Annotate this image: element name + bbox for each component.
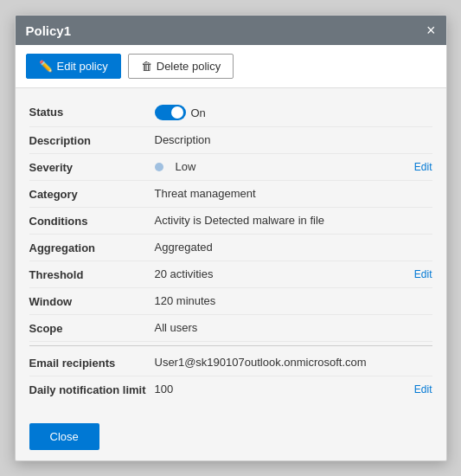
- value-window: 120 minutes: [155, 294, 432, 307]
- modal-footer: Close: [16, 413, 446, 460]
- toggle-thumb: [171, 106, 183, 119]
- delete-policy-label: Delete policy: [157, 60, 221, 73]
- value-email: User1@sk190107outlook.onmicrosoft.com: [155, 356, 432, 369]
- policy-modal: Policy1 × ✏️ Edit policy 🗑 Delete policy…: [15, 15, 447, 461]
- field-row-email: Email recipients User1@sk190107outlook.o…: [29, 350, 432, 376]
- value-conditions: Activity is Detected malware in file: [155, 214, 432, 227]
- close-button[interactable]: Close: [29, 423, 99, 450]
- label-scope: Scope: [29, 321, 155, 335]
- label-daily-limit: Daily notification limit: [29, 383, 155, 396]
- field-row-scope: Scope All users: [29, 315, 432, 342]
- field-row-category: Category Threat management: [29, 181, 432, 208]
- modal-header: Policy1 ×: [16, 16, 446, 45]
- daily-limit-edit-link[interactable]: Edit: [414, 383, 432, 396]
- modal-title: Policy1: [26, 23, 72, 38]
- value-severity: Low Edit: [155, 160, 432, 173]
- threshold-edit-link[interactable]: Edit: [414, 268, 432, 280]
- value-threshold: 20 activities Edit: [155, 267, 432, 280]
- field-row-status: Status On: [29, 99, 432, 127]
- value-aggregation: Aggregated: [155, 241, 432, 254]
- field-row-threshold: Threshold 20 activities Edit: [29, 261, 432, 288]
- field-row-severity: Severity Low Edit: [29, 154, 432, 181]
- threshold-text: 20 activities: [155, 267, 214, 280]
- label-description: Description: [29, 133, 155, 147]
- field-row-daily-limit: Daily notification limit 100 Edit: [29, 376, 432, 402]
- modal-toolbar: ✏️ Edit policy 🗑 Delete policy: [16, 45, 446, 88]
- close-icon[interactable]: ×: [426, 23, 436, 38]
- label-category: Category: [29, 187, 155, 201]
- value-category: Threat management: [155, 187, 432, 200]
- delete-policy-button[interactable]: 🗑 Delete policy: [128, 54, 234, 79]
- toggle-on-label: On: [191, 106, 206, 119]
- label-threshold: Threshold: [29, 267, 155, 281]
- severity-dot-icon: [155, 163, 163, 171]
- label-status: Status: [29, 105, 155, 119]
- delete-icon: 🗑: [141, 60, 152, 73]
- field-row-aggregation: Aggregation Aggregated: [29, 235, 432, 261]
- label-email: Email recipients: [29, 356, 155, 370]
- edit-icon: ✏️: [39, 60, 53, 73]
- field-row-description: Description Description: [29, 127, 432, 154]
- edit-policy-label: Edit policy: [57, 60, 108, 73]
- value-scope: All users: [155, 321, 432, 334]
- label-severity: Severity: [29, 160, 155, 174]
- toggle-track: [155, 105, 186, 120]
- section-divider: [29, 345, 432, 346]
- label-window: Window: [29, 294, 155, 308]
- severity-text: Low: [176, 160, 196, 173]
- modal-body: Status On Description Description Sever: [16, 88, 446, 413]
- daily-limit-text: 100: [155, 383, 174, 396]
- label-aggregation: Aggregation: [29, 241, 155, 254]
- severity-edit-link[interactable]: Edit: [414, 161, 432, 173]
- field-row-window: Window 120 minutes: [29, 288, 432, 315]
- field-row-conditions: Conditions Activity is Detected malware …: [29, 208, 432, 235]
- value-status: On: [155, 105, 432, 120]
- label-conditions: Conditions: [29, 214, 155, 228]
- value-description: Description: [155, 133, 432, 146]
- toggle-status[interactable]: On: [155, 105, 206, 120]
- edit-policy-button[interactable]: ✏️ Edit policy: [26, 54, 121, 79]
- value-daily-limit: 100 Edit: [155, 383, 432, 396]
